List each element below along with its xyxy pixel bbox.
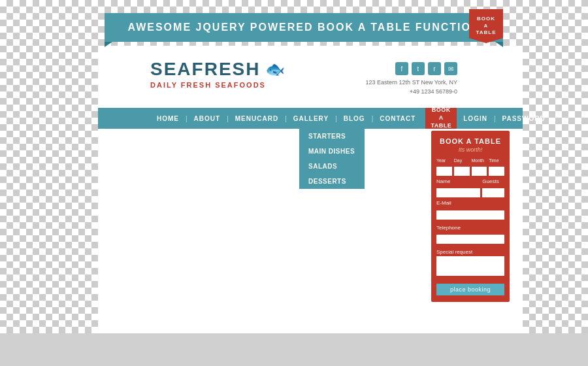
nav-sep-4: | [335,115,337,122]
guests-group: Guests [482,178,504,198]
book-badge[interactable]: BOOKATABLE [469,9,503,43]
main-content: SEAFRESH 🐟 DAILY FRESH SEAFOODS f t r ✉ … [98,46,523,333]
nav-blog[interactable]: BLOG [337,108,372,129]
year-group [436,163,452,176]
address-info: 123 Eastern 12th ST New York, NY +49 123… [366,78,457,96]
email-icon[interactable]: ✉ [444,62,457,75]
nav-bar: HOME | ABOUT | MENUCARD | GALLERY | BLOG… [98,108,523,129]
book-panel-title: BOOK A TABLE [436,137,504,145]
email-label: E-Mail [436,200,504,206]
year-input[interactable] [436,167,452,176]
banner-text: AWESOME JQUERY POWERED BOOK A TABLE FUNC… [128,22,480,33]
time-group [489,163,504,176]
date-inputs [436,163,504,176]
nav-menucard[interactable]: MENUCARD [229,108,285,129]
special-textarea[interactable] [436,256,504,276]
dropdown-main-dishes[interactable]: MAIN DISHES [299,144,365,159]
day-group [454,163,470,176]
nav-sep-2: | [227,115,229,122]
dropdown-salads[interactable]: SALADS [299,159,365,174]
guests-label: Guests [482,178,504,184]
logo-name: SEAFRESH [150,59,260,80]
nav-sep-6: | [494,115,496,122]
day-label: Day [454,158,470,163]
bottom-bar [0,333,588,366]
phone-label: Telephone [436,225,504,231]
special-label: Special request [436,249,504,255]
book-panel-subtitle: Its worth! [436,146,504,153]
submit-button[interactable]: place booking [436,284,504,295]
nav-gallery[interactable]: GALLERY [287,108,335,129]
nav-book-table-button[interactable]: BOOK ATABLE [425,108,457,129]
date-labels: Year Day Month Time [436,158,504,163]
top-banner: AWESOME JQUERY POWERED BOOK A TABLE FUNC… [105,13,503,42]
nav-contact[interactable]: CONTACT [373,108,422,129]
rss-icon[interactable]: r [428,62,441,75]
month-group [472,163,487,176]
twitter-icon[interactable]: t [412,62,425,75]
year-label: Year [436,158,452,163]
logo-tagline: DAILY FRESH SEAFOODS [150,81,286,89]
address-line1: 123 Eastern 12th ST New York, NY [366,78,457,88]
address-line2: +49 1234 56789-0 [366,88,457,97]
nav-login[interactable]: LOGIN [457,108,494,129]
logo-title: SEAFRESH 🐟 [150,59,286,80]
logo-section: SEAFRESH 🐟 DAILY FRESH SEAFOODS [150,59,286,89]
nav-password[interactable]: PASSWORD [496,108,552,129]
guests-input[interactable] [482,188,504,197]
name-group: Name [436,178,480,198]
nav-sep-3: | [285,115,287,122]
day-input[interactable] [454,167,470,176]
facebook-icon[interactable]: f [395,62,408,75]
nav-sep-5: | [372,115,374,122]
phone-input[interactable] [436,235,504,244]
nav-items: HOME | ABOUT | MENUCARD | GALLERY | BLOG… [98,108,457,129]
dropdown-desserts[interactable]: DESSERTS [299,174,365,189]
month-label: Month [472,158,487,163]
social-icons: f t r ✉ [395,62,457,75]
dropdown-starters[interactable]: STARTERS [299,129,365,144]
time-label: Time [489,158,504,163]
email-input[interactable] [436,210,504,220]
nav-about[interactable]: ABOUT [188,108,227,129]
month-input[interactable] [472,167,487,176]
name-label: Name [436,178,480,184]
time-input[interactable] [489,167,504,176]
nav-home[interactable]: HOME [150,108,186,129]
menucard-dropdown: STARTERS MAIN DISHES SALADS DESSERTS [299,129,365,189]
nav-sep-1: | [186,115,188,122]
fish-icon: 🐟 [265,60,286,78]
book-table-panel: BOOK A TABLE Its worth! Year Day Month T… [431,131,510,302]
name-guests-row: Name Guests [436,178,504,198]
nav-right: LOGIN | PASSWORD [457,108,564,129]
name-input[interactable] [436,188,480,197]
book-badge-text: BOOKATABLE [476,16,496,36]
